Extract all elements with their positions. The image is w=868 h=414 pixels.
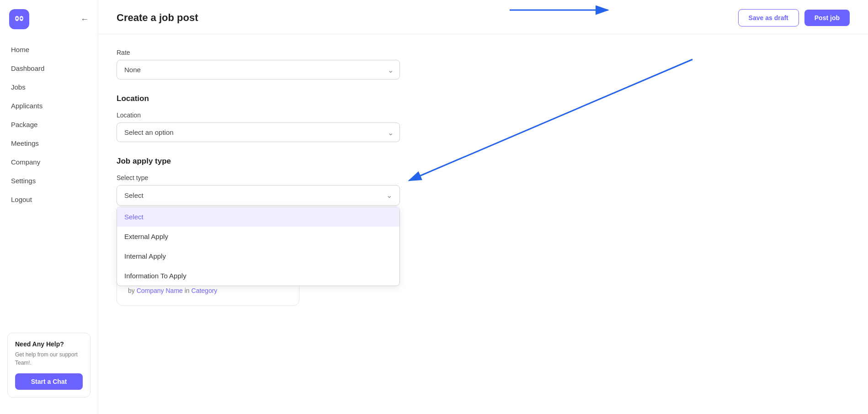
meta-in: in: [185, 287, 190, 294]
sidebar-header: ←: [0, 9, 98, 40]
sidebar-item-meetings[interactable]: Meetings: [0, 134, 98, 153]
location-title: Location: [117, 94, 850, 103]
location-select-wrapper: Select an option ⌄: [117, 122, 400, 142]
rate-select-wrapper: None ⌄: [117, 60, 400, 80]
sidebar-nav: Home Dashboard Jobs Applicants Package M…: [0, 40, 98, 325]
sidebar-item-jobs[interactable]: Jobs: [0, 78, 98, 96]
sidebar-item-settings[interactable]: Settings: [0, 171, 98, 190]
dropdown-option-select[interactable]: Select: [117, 207, 399, 227]
back-button[interactable]: ←: [80, 15, 89, 24]
help-title: Need Any Help?: [15, 340, 83, 348]
job-apply-select[interactable]: Select ⌄: [117, 185, 400, 206]
app-logo: [9, 9, 29, 29]
page-header: Create a job post Save as draft Post job: [98, 0, 868, 34]
rate-label: Rate: [117, 49, 850, 56]
sidebar-item-home[interactable]: Home: [0, 40, 98, 59]
job-apply-dropdown-container: Select ⌄ Select External Apply Internal …: [117, 185, 400, 206]
dropdown-option-external[interactable]: External Apply: [117, 227, 399, 246]
company-link[interactable]: Company Name: [137, 287, 183, 294]
job-apply-title: Job apply type: [117, 157, 850, 166]
sidebar-item-logout[interactable]: Logout: [0, 190, 98, 209]
sidebar-item-applicants[interactable]: Applicants: [0, 96, 98, 115]
post-job-button[interactable]: Post job: [804, 10, 850, 26]
category-link[interactable]: Category: [192, 287, 218, 294]
location-value: Select an option: [124, 128, 174, 136]
svg-point-2: [16, 17, 18, 19]
meta-prefix: by: [128, 287, 135, 294]
rate-chevron-icon: ⌄: [388, 65, 394, 74]
rate-select[interactable]: None ⌄: [117, 60, 400, 80]
start-chat-button[interactable]: Start a Chat: [15, 373, 83, 390]
location-chevron-icon: ⌄: [388, 128, 394, 137]
job-apply-label: Select type: [117, 174, 850, 181]
form-content: Rate None ⌄ Location Location Select an …: [98, 34, 868, 320]
help-text: Get help from our support Team!.: [15, 350, 83, 367]
sidebar: ← Home Dashboard Jobs Applicants Package…: [0, 0, 98, 414]
job-apply-chevron-icon: ⌄: [386, 191, 392, 200]
dropdown-option-info[interactable]: Information To Apply: [117, 266, 399, 286]
rate-section: Rate None ⌄: [117, 49, 850, 80]
page-title: Create a job post: [117, 12, 198, 24]
job-apply-dropdown-menu: Select External Apply Internal Apply Inf…: [117, 207, 400, 286]
rate-value: None: [124, 66, 141, 74]
job-meta: by Company Name in Category: [128, 287, 288, 294]
help-box: Need Any Help? Get help from our support…: [7, 333, 91, 398]
job-apply-value: Select: [124, 191, 144, 199]
location-section: Location Location Select an option ⌄: [117, 94, 850, 142]
save-draft-button[interactable]: Save as draft: [738, 9, 799, 27]
sidebar-item-company[interactable]: Company: [0, 153, 98, 171]
location-label: Location: [117, 111, 850, 119]
dropdown-option-internal[interactable]: Internal Apply: [117, 246, 399, 266]
header-actions: Save as draft Post job: [738, 9, 850, 27]
main-content: Create a job post Save as draft Post job…: [98, 0, 868, 414]
sidebar-item-dashboard[interactable]: Dashboard: [0, 59, 98, 78]
svg-point-3: [21, 17, 22, 19]
job-apply-section: Job apply type Select type Select ⌄ Sele…: [117, 157, 850, 206]
location-select[interactable]: Select an option ⌄: [117, 122, 400, 142]
sidebar-item-package[interactable]: Package: [0, 115, 98, 134]
